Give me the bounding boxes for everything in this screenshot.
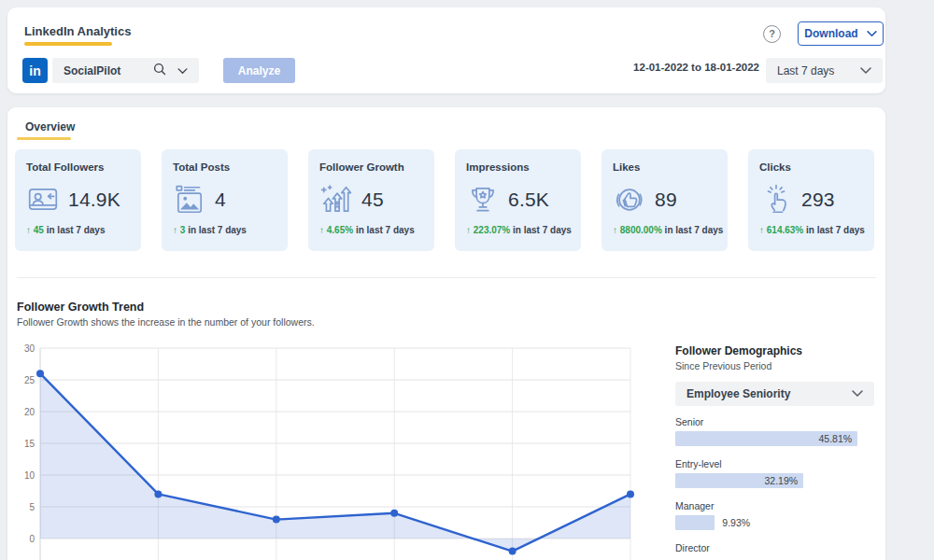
demographic-row: Entry-level 32.19% — [675, 458, 874, 488]
stat-value: 6.5K — [508, 189, 549, 211]
stat-card-total-followers: Total Followers 14.9K ↑ 45 in last 7 day… — [15, 149, 141, 251]
demographic-value: 9.93% — [715, 517, 750, 528]
chevron-down-icon — [867, 27, 877, 40]
stat-card-likes: Likes 89 ↑ 8800.00% in last 7 days — [601, 149, 728, 251]
svg-text:0: 0 — [29, 534, 35, 544]
help-icon[interactable]: ? — [763, 25, 781, 43]
demographic-row: Manager 9.93% — [675, 500, 874, 530]
stat-delta-suffix: in last 7 days — [665, 225, 724, 235]
stat-card-impressions: Impressions 6.5K ↑ 223.07% in last 7 day… — [455, 149, 581, 251]
demographics-filter-select[interactable]: Employee Seniority — [675, 382, 874, 406]
date-range-label: 12-01-2022 to 18-01-2022 — [633, 62, 759, 73]
demographic-label: Manager — [675, 500, 874, 511]
trophy-icon — [466, 183, 500, 217]
svg-text:10: 10 — [24, 470, 35, 481]
up-arrow-icon: ↑ — [319, 225, 324, 235]
account-select-value: SocialPilot — [64, 64, 153, 77]
demographic-bar: 45.81% — [675, 431, 857, 446]
chevron-down-icon — [177, 64, 188, 77]
linkedin-icon: in — [22, 58, 48, 83]
analyze-button[interactable]: Analyze — [223, 58, 295, 83]
title-accent-underline — [24, 42, 112, 46]
stat-delta-row: ↑ 45 in last 7 days — [26, 225, 130, 235]
period-select-value: Last 7 days — [777, 64, 860, 77]
tab-overview[interactable]: Overview — [25, 120, 75, 133]
up-arrow-icon: ↑ — [466, 225, 471, 235]
stat-delta-value: 614.63% — [767, 225, 803, 235]
header-card: LinkedIn Analytics ? Download in SocialP… — [7, 7, 885, 93]
stat-card-follower-growth: Follower Growth 45 ↑ 4.65% in — [308, 149, 434, 251]
click-pointer-icon — [759, 183, 793, 217]
stat-cards-row: Total Followers 14.9K ↑ 45 in last 7 day… — [15, 149, 874, 251]
trend-chart-subtitle: Follower Growth shows the increase in th… — [17, 316, 315, 328]
account-select[interactable]: SocialPilot — [52, 58, 199, 83]
svg-text:5: 5 — [29, 502, 35, 512]
tab-active-underline — [17, 137, 71, 140]
up-arrow-icon: ↑ — [26, 225, 31, 235]
demographic-value: 32.19% — [765, 475, 804, 486]
demographic-row: Senior 45.81% — [675, 416, 874, 446]
stat-delta-value: 4.65% — [327, 225, 353, 235]
posts-icon — [173, 183, 206, 217]
thumbs-up-icon — [613, 183, 646, 217]
stat-delta-value: 8800.00% — [620, 225, 662, 235]
stat-delta-suffix: in last 7 days — [188, 225, 247, 235]
demographics-title: Follower Demographics — [675, 344, 802, 357]
stat-delta-value: 45 — [34, 225, 44, 235]
demographic-bar — [675, 515, 715, 530]
demographic-label: Entry-level — [675, 458, 874, 469]
section-divider — [17, 277, 876, 278]
demographic-bar-track: 32.19% — [675, 473, 874, 488]
stat-card-total-posts: Total Posts 4 ↑ 3 in last 7 days — [162, 149, 288, 251]
demographic-bar-track: 9.93% — [675, 515, 874, 530]
stat-value: 45 — [361, 189, 384, 211]
download-button[interactable]: Download — [798, 21, 884, 46]
svg-text:20: 20 — [24, 407, 35, 417]
stat-card-clicks: Clicks 293 ↑ 614.63% in last 7 days — [748, 149, 874, 251]
stat-value: 4 — [215, 189, 226, 211]
trend-chart-title: Follower Growth Trend — [17, 301, 144, 314]
demographics-bar-list: Senior 45.81% Entry-level 32.19% Manager… — [675, 416, 874, 560]
stat-delta-row: ↑ 614.63% in last 7 days — [759, 225, 863, 235]
up-arrow-icon: ↑ — [613, 225, 617, 235]
stat-delta-row: ↑ 223.07% in last 7 days — [466, 225, 570, 235]
demographic-label: Director — [675, 542, 874, 553]
stat-delta-suffix: in last 7 days — [356, 225, 415, 235]
stat-value: 89 — [655, 189, 677, 211]
stat-title: Likes — [613, 161, 716, 173]
svg-text:25: 25 — [24, 375, 35, 385]
demographics-filter-value: Employee Seniority — [686, 387, 852, 400]
stat-delta-row: ↑ 3 in last 7 days — [173, 225, 276, 235]
period-select[interactable]: Last 7 days — [766, 58, 883, 83]
chevron-down-icon — [860, 64, 871, 77]
stat-delta-row: ↑ 8800.00% in last 7 days — [613, 225, 716, 235]
stat-value: 293 — [801, 189, 835, 211]
svg-text:30: 30 — [24, 343, 35, 354]
stat-delta-value: 223.07% — [474, 225, 510, 235]
stat-delta-suffix: in last 7 days — [513, 225, 572, 235]
demographics-subtitle: Since Previous Period — [675, 360, 771, 371]
demographic-label: Senior — [675, 416, 874, 427]
stat-title: Clicks — [759, 161, 863, 173]
stat-value: 14.9K — [68, 189, 120, 211]
up-arrow-icon: ↑ — [759, 225, 764, 235]
chevron-down-icon — [852, 387, 863, 400]
search-icon — [153, 63, 166, 78]
demographic-row: Director — [675, 542, 874, 560]
stat-title: Total Posts — [173, 161, 276, 173]
stat-title: Impressions — [466, 161, 570, 173]
page-title: LinkedIn Analytics — [24, 24, 131, 38]
demographic-bar: 32.19% — [675, 473, 803, 488]
follower-growth-line-chart: 302520151050 — [17, 341, 640, 560]
stat-title: Total Followers — [26, 161, 130, 173]
growth-arrows-icon — [319, 183, 353, 217]
stat-delta-suffix: in last 7 days — [47, 225, 106, 235]
stat-delta-value: 3 — [180, 225, 186, 235]
stat-delta-suffix: in last 7 days — [806, 225, 865, 235]
demographic-value: 45.81% — [819, 433, 858, 444]
stat-title: Follower Growth — [319, 161, 423, 173]
overview-card: Overview Total Followers 14.9K ↑ — [7, 107, 885, 560]
dashboard-page: { "header": { "title": "LinkedIn Analyti… — [0, 0, 934, 560]
up-arrow-icon: ↑ — [173, 225, 177, 235]
demographic-bar-track: 45.81% — [675, 431, 874, 446]
